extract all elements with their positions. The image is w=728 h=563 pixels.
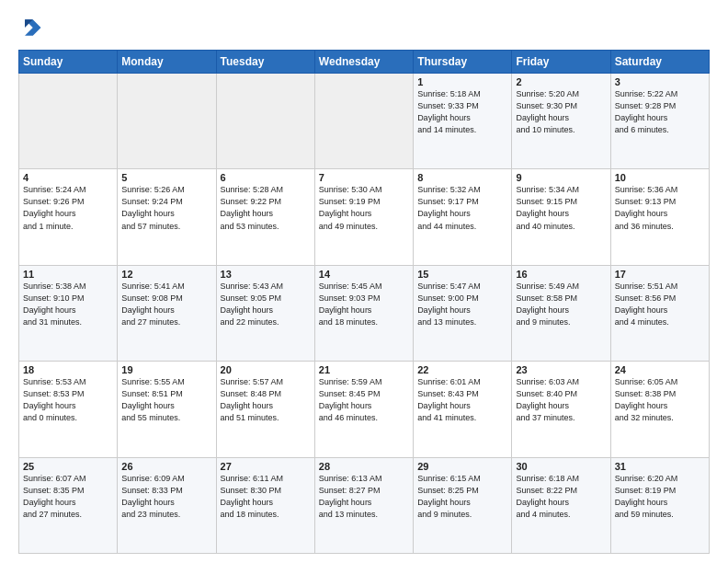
day-info: Sunrise: 5:47 AMSunset: 9:00 PMDaylight … <box>417 281 507 328</box>
page: SundayMondayTuesdayWednesdayThursdayFrid… <box>0 0 728 563</box>
calendar-cell-29: 29Sunrise: 6:15 AMSunset: 8:25 PMDayligh… <box>414 457 512 553</box>
logo <box>18 15 48 40</box>
sunrise: Sunrise: 5:41 AM <box>121 282 185 291</box>
daylight-duration: and 44 minutes. <box>417 222 476 231</box>
daylight-duration: and 59 minutes. <box>615 510 674 519</box>
day-info: Sunrise: 6:05 AMSunset: 8:38 PMDaylight … <box>615 376 705 424</box>
sunrise: Sunrise: 5:49 AM <box>516 282 579 291</box>
calendar-cell-30: 30Sunrise: 6:18 AMSunset: 8:22 PMDayligh… <box>512 457 610 553</box>
day-info: Sunrise: 5:22 AMSunset: 9:28 PMDaylight … <box>615 88 705 136</box>
sunrise: Sunrise: 5:20 AM <box>516 89 579 98</box>
day-number: 25 <box>23 461 113 472</box>
daylight-duration: and 6 minutes. <box>615 125 669 134</box>
daylight-label: Daylight hours <box>615 498 668 507</box>
sunset: Sunset: 8:38 PM <box>615 389 677 398</box>
daylight-label: Daylight hours <box>417 498 471 507</box>
day-info: Sunrise: 6:09 AMSunset: 8:33 PMDaylight … <box>121 473 211 521</box>
sunset: Sunset: 9:03 PM <box>319 293 381 303</box>
day-number: 6 <box>221 172 311 183</box>
sunset: Sunset: 9:13 PM <box>615 197 677 206</box>
daylight-label: Daylight hours <box>319 401 372 410</box>
daylight-label: Daylight hours <box>615 305 668 315</box>
sunset: Sunset: 8:43 PM <box>417 389 479 398</box>
day-number: 10 <box>615 172 705 183</box>
sunset: Sunset: 8:30 PM <box>221 486 282 495</box>
calendar-cell-1: 1Sunrise: 5:18 AMSunset: 9:33 PMDaylight… <box>414 74 512 169</box>
logo-icon <box>18 15 44 40</box>
daylight-duration: and 0 minutes. <box>23 413 77 422</box>
sunset: Sunset: 8:40 PM <box>516 389 577 398</box>
day-of-week-monday: Monday <box>118 51 216 74</box>
sunrise: Sunrise: 5:34 AM <box>516 185 579 194</box>
day-number: 3 <box>615 76 705 87</box>
calendar-week-5: 25Sunrise: 6:07 AMSunset: 8:35 PMDayligh… <box>19 457 710 553</box>
daylight-label: Daylight hours <box>221 305 274 315</box>
day-info: Sunrise: 5:26 AMSunset: 9:24 PMDaylight … <box>121 184 211 232</box>
day-of-week-thursday: Thursday <box>414 51 512 74</box>
sunset: Sunset: 9:19 PM <box>319 197 381 206</box>
sunrise: Sunrise: 5:26 AM <box>121 185 185 194</box>
sunrise: Sunrise: 5:28 AM <box>221 185 284 194</box>
sunset: Sunset: 8:58 PM <box>516 293 577 303</box>
calendar-cell-17: 17Sunrise: 5:51 AMSunset: 8:56 PMDayligh… <box>610 265 709 361</box>
sunset: Sunset: 9:05 PM <box>221 293 282 303</box>
calendar-week-4: 18Sunrise: 5:53 AMSunset: 8:53 PMDayligh… <box>19 362 710 457</box>
sunset: Sunset: 8:53 PM <box>23 389 85 398</box>
day-info: Sunrise: 5:18 AMSunset: 9:33 PMDaylight … <box>417 88 507 136</box>
calendar-cell-empty <box>314 74 413 169</box>
sunrise: Sunrise: 5:45 AM <box>319 282 382 291</box>
calendar-cell-5: 5Sunrise: 5:26 AMSunset: 9:24 PMDaylight… <box>118 169 216 265</box>
day-number: 22 <box>417 364 507 375</box>
sunrise: Sunrise: 5:18 AM <box>417 89 481 98</box>
day-number: 13 <box>221 269 311 280</box>
daylight-duration: and 27 minutes. <box>121 317 180 327</box>
day-number: 28 <box>319 461 409 472</box>
calendar-cell-18: 18Sunrise: 5:53 AMSunset: 8:53 PMDayligh… <box>19 362 118 457</box>
calendar-week-3: 11Sunrise: 5:38 AMSunset: 9:10 PMDayligh… <box>19 265 710 361</box>
daylight-label: Daylight hours <box>516 498 569 507</box>
day-of-week-sunday: Sunday <box>19 51 118 74</box>
calendar-cell-6: 6Sunrise: 5:28 AMSunset: 9:22 PMDaylight… <box>216 169 314 265</box>
day-info: Sunrise: 6:07 AMSunset: 8:35 PMDaylight … <box>23 473 113 521</box>
day-info: Sunrise: 5:32 AMSunset: 9:17 PMDaylight … <box>417 184 507 232</box>
day-info: Sunrise: 5:51 AMSunset: 8:56 PMDaylight … <box>615 281 705 328</box>
header <box>18 15 710 40</box>
day-info: Sunrise: 5:57 AMSunset: 8:48 PMDaylight … <box>221 376 311 424</box>
daylight-duration: and 1 minute. <box>23 222 74 231</box>
daylight-label: Daylight hours <box>417 209 471 218</box>
sunset: Sunset: 9:10 PM <box>23 293 85 303</box>
day-number: 14 <box>319 269 409 280</box>
daylight-duration: and 40 minutes. <box>516 222 574 231</box>
sunset: Sunset: 8:22 PM <box>516 486 577 495</box>
day-info: Sunrise: 5:43 AMSunset: 9:05 PMDaylight … <box>221 281 311 328</box>
day-info: Sunrise: 5:45 AMSunset: 9:03 PMDaylight … <box>319 281 409 328</box>
calendar-cell-empty <box>216 74 314 169</box>
calendar-week-2: 4Sunrise: 5:24 AMSunset: 9:26 PMDaylight… <box>19 169 710 265</box>
sunset: Sunset: 8:27 PM <box>319 486 381 495</box>
daylight-label: Daylight hours <box>319 305 372 315</box>
daylight-label: Daylight hours <box>319 498 372 507</box>
sunset: Sunset: 9:33 PM <box>417 101 479 110</box>
calendar: SundayMondayTuesdayWednesdayThursdayFrid… <box>18 50 710 554</box>
daylight-label: Daylight hours <box>121 209 175 218</box>
daylight-label: Daylight hours <box>615 209 668 218</box>
day-info: Sunrise: 5:24 AMSunset: 9:26 PMDaylight … <box>23 184 113 232</box>
sunrise: Sunrise: 5:43 AM <box>221 282 284 291</box>
sunset: Sunset: 9:08 PM <box>121 293 183 303</box>
calendar-cell-23: 23Sunrise: 6:03 AMSunset: 8:40 PMDayligh… <box>512 362 610 457</box>
calendar-cell-21: 21Sunrise: 5:59 AMSunset: 8:45 PMDayligh… <box>314 362 413 457</box>
daylight-duration: and 31 minutes. <box>23 317 82 327</box>
daylight-label: Daylight hours <box>221 209 274 218</box>
calendar-cell-9: 9Sunrise: 5:34 AMSunset: 9:15 PMDaylight… <box>512 169 610 265</box>
day-number: 18 <box>23 364 113 375</box>
day-info: Sunrise: 6:13 AMSunset: 8:27 PMDaylight … <box>319 473 409 521</box>
sunrise: Sunrise: 6:18 AM <box>516 474 579 483</box>
daylight-duration: and 23 minutes. <box>121 510 180 519</box>
daylight-label: Daylight hours <box>23 401 76 410</box>
sunset: Sunset: 9:26 PM <box>23 197 85 206</box>
sunset: Sunset: 9:22 PM <box>221 197 282 206</box>
sunrise: Sunrise: 6:13 AM <box>319 474 382 483</box>
sunrise: Sunrise: 6:09 AM <box>121 474 185 483</box>
day-info: Sunrise: 6:11 AMSunset: 8:30 PMDaylight … <box>221 473 311 521</box>
daylight-label: Daylight hours <box>121 498 175 507</box>
